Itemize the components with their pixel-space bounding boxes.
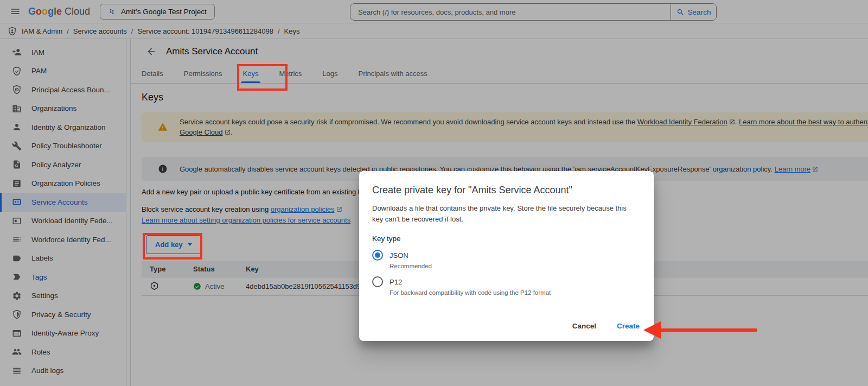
key-type-options: JSONRecommendedP12For backward compatibi… [372, 250, 641, 296]
radio-unselected-icon[interactable] [372, 276, 383, 287]
radio-option-p12[interactable]: P12 [372, 276, 641, 287]
radio-option-description: For backward compatibility with code usi… [390, 289, 641, 296]
radio-selected-icon[interactable] [372, 250, 383, 261]
dialog-body: Downloads a file that contains the priva… [372, 203, 639, 225]
radio-option-label: P12 [390, 278, 402, 286]
dialog-title: Create private key for "Amits Service Ac… [372, 185, 641, 196]
radio-option-description: Recommended [390, 263, 641, 269]
annotation-arrow-head [643, 321, 661, 339]
cancel-button[interactable]: Cancel [571, 320, 597, 332]
annotation-box-add-key [143, 233, 202, 260]
dialog-actions: Cancel Create [571, 320, 641, 332]
radio-option-json[interactable]: JSON [372, 250, 641, 261]
screen: Google Cloud Amit's Google Test Project … [0, 0, 868, 386]
annotation-box-keys-tab [237, 64, 288, 91]
key-type-label: Key type [372, 235, 641, 243]
radio-option-label: JSON [390, 251, 409, 260]
annotation-arrow-line [660, 328, 757, 332]
create-button[interactable]: Create [616, 320, 641, 332]
create-private-key-dialog: Create private key for "Amits Service Ac… [359, 171, 654, 341]
